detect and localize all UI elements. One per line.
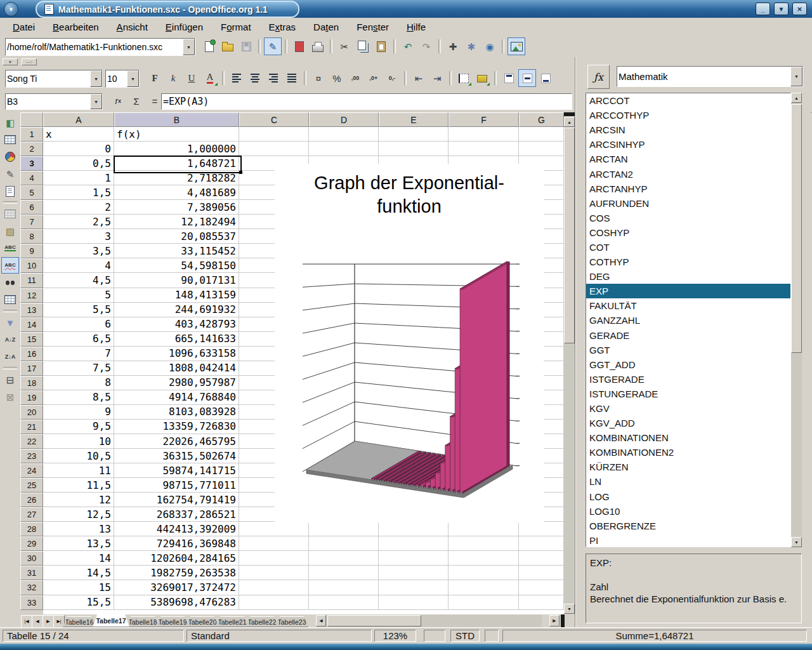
cell-A19[interactable]: 8,5: [43, 390, 114, 405]
row-header-12[interactable]: 12: [20, 288, 43, 303]
cell-G28[interactable]: [519, 522, 564, 536]
cell-D1[interactable]: [309, 127, 379, 142]
function-list-item-arcsinhyp[interactable]: ARCSINHYP: [586, 137, 790, 152]
cell-A20[interactable]: 9: [43, 405, 114, 420]
next-sheet-button[interactable]: ▶: [43, 615, 54, 628]
cell-B5[interactable]: 4,481689: [114, 185, 239, 200]
cell-A23[interactable]: 10,5: [43, 449, 114, 463]
horizontal-split-handle[interactable]: [561, 614, 565, 627]
previous-sheet-button[interactable]: ◀: [32, 615, 43, 628]
cell-E28[interactable]: [379, 522, 449, 536]
row-header-11[interactable]: 11: [20, 273, 43, 288]
row-header-19[interactable]: 19: [20, 390, 43, 405]
copy-icon[interactable]: [354, 37, 372, 55]
function-list-item-kgv_add[interactable]: KGV_ADD: [586, 416, 790, 430]
row-header-7[interactable]: 7: [20, 215, 43, 229]
column-header-C[interactable]: C: [239, 112, 309, 127]
cell-A1[interactable]: x: [43, 127, 114, 142]
row-header-23[interactable]: 23: [20, 449, 43, 463]
cell-A15[interactable]: 6,5: [43, 332, 114, 347]
row-header-5[interactable]: 5: [20, 185, 43, 200]
function-list-item-istungerade[interactable]: ISTUNGERADE: [586, 387, 790, 401]
align-justify-button[interactable]: [283, 69, 301, 87]
shade-button[interactable]: ▼: [774, 3, 789, 15]
cell-A31[interactable]: 14,5: [43, 566, 114, 580]
align-top-button[interactable]: [500, 69, 518, 87]
cell-A28[interactable]: 13: [43, 522, 114, 536]
cell-B28[interactable]: 442413,392009: [114, 522, 239, 536]
row-header-31[interactable]: 31: [20, 566, 43, 580]
align-left-button[interactable]: [228, 69, 246, 87]
font-name-dropdown-button[interactable]: ▼: [90, 70, 102, 87]
cell-C28[interactable]: [239, 522, 309, 536]
number-format-add-decimal-button[interactable]: ,0+: [365, 69, 383, 87]
cell-reference-dropdown-button[interactable]: ▼: [90, 94, 102, 109]
row-header-1[interactable]: 1: [20, 127, 43, 142]
cell-C33[interactable]: [239, 595, 309, 610]
cell-reference-box[interactable]: ▼: [5, 93, 103, 110]
increase-indent-button[interactable]: ⇥: [428, 69, 446, 87]
cell-B17[interactable]: 1808,042414: [114, 361, 239, 376]
function-category-input[interactable]: [619, 67, 791, 86]
function-list-item-exp[interactable]: EXP: [586, 284, 790, 298]
cell-F29[interactable]: [449, 536, 519, 551]
menu-fenster[interactable]: Fenster: [348, 20, 398, 34]
row-header-13[interactable]: 13: [20, 303, 43, 317]
cell-B16[interactable]: 1096,633158: [114, 347, 239, 361]
cell-A27[interactable]: 12,5: [43, 507, 114, 522]
borders-button[interactable]: [455, 69, 473, 87]
find-replace-icon[interactable]: [1, 274, 19, 291]
function-list-item-fakultät[interactable]: FAKULTÄT: [586, 298, 790, 313]
function-list-item-gerade[interactable]: GERADE: [586, 328, 790, 343]
function-category-dropdown-button[interactable]: ▼: [790, 67, 802, 86]
menu-extras[interactable]: Extras: [260, 20, 305, 34]
row-header-9[interactable]: 9: [20, 244, 43, 258]
cell-D28[interactable]: [309, 522, 379, 536]
cell-F2[interactable]: [449, 142, 519, 156]
cell-A22[interactable]: 10: [43, 434, 114, 449]
row-header-17[interactable]: 17: [20, 361, 43, 376]
function-list-item-cos[interactable]: COS: [586, 211, 790, 225]
function-list-item-kürzen[interactable]: KÜRZEN: [586, 460, 790, 474]
function-wizard-icon[interactable]: ƒx: [587, 65, 610, 89]
cell-B21[interactable]: 13359,726830: [114, 420, 239, 434]
cell-B24[interactable]: 59874,141715: [114, 463, 239, 478]
cell-D2[interactable]: [309, 142, 379, 156]
row-header-24[interactable]: 24: [20, 463, 43, 478]
cell-E32[interactable]: [379, 580, 449, 595]
cell-D33[interactable]: [309, 595, 379, 610]
cell-B19[interactable]: 4914,768840: [114, 390, 239, 405]
font-name-combobox[interactable]: ▼: [5, 70, 103, 88]
column-header-A[interactable]: A: [43, 112, 114, 127]
function-list-item-kombinationen2[interactable]: KOMBINATIONEN2: [586, 445, 790, 460]
pin-toolbar-handle[interactable]: —○: [22, 58, 37, 65]
sheet-tab-tabelle21[interactable]: Tabelle21: [216, 616, 249, 627]
cell-A14[interactable]: 6: [43, 317, 114, 332]
row-header-2[interactable]: 2: [20, 142, 43, 156]
cell-G31[interactable]: [519, 566, 564, 580]
cell-B6[interactable]: 7,389056: [114, 200, 239, 215]
cell-B9[interactable]: 33,115452: [114, 244, 239, 258]
menu-einfügen[interactable]: Einfügen: [157, 20, 212, 34]
font-name-input[interactable]: [7, 71, 91, 86]
function-list-item-arccot[interactable]: ARCCOT: [586, 93, 790, 108]
row-header-20[interactable]: 20: [20, 405, 43, 420]
cell-D32[interactable]: [309, 580, 379, 595]
cell-B10[interactable]: 54,598150: [114, 258, 239, 273]
function-wizard-button[interactable]: ƒx: [109, 92, 127, 110]
cell-E1[interactable]: [379, 127, 449, 142]
function-list-item-aufrunden[interactable]: AUFRUNDEN: [586, 196, 790, 211]
cell-B30[interactable]: 1202604,284165: [114, 551, 239, 566]
menu-format[interactable]: Format: [212, 20, 260, 34]
cell-A13[interactable]: 5,5: [43, 303, 114, 317]
cell-C31[interactable]: [239, 566, 309, 580]
url-dropdown-button[interactable]: ▼: [183, 39, 195, 55]
row-header-14[interactable]: 14: [20, 317, 43, 332]
print-icon[interactable]: [309, 37, 327, 55]
autospellcheck-icon[interactable]: ABC: [1, 257, 19, 274]
row-header-15[interactable]: 15: [20, 332, 43, 347]
cell-E33[interactable]: [379, 595, 449, 610]
cell-B33[interactable]: 5389698,476283: [114, 595, 239, 610]
sheet-tab-tabelle23[interactable]: Tabelle23: [275, 616, 308, 627]
number-format-percent-button[interactable]: %: [328, 69, 346, 87]
